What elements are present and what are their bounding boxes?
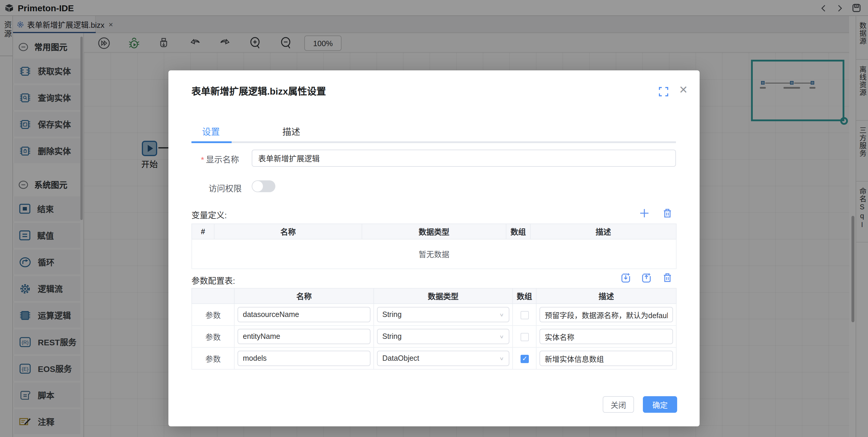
var-col-desc: 描述 bbox=[530, 224, 676, 239]
param-type-select[interactable]: String∨ bbox=[377, 329, 509, 344]
var-col-array: 数组 bbox=[506, 224, 530, 239]
dialog-tabs: 设置 描述 bbox=[191, 125, 311, 137]
var-col-name: 名称 bbox=[214, 224, 362, 239]
param-col-array: 数组 bbox=[513, 288, 536, 304]
param-row: 参数 String∨ bbox=[192, 304, 676, 325]
param-name-input[interactable] bbox=[238, 329, 370, 344]
required-asterisk: * bbox=[201, 155, 204, 165]
variables-section-label: 变量定义: bbox=[191, 209, 227, 221]
properties-dialog: 表单新增扩展逻辑.bizx属性设置 ✕ 设置 描述 *显示名称 访问权限 变量定… bbox=[168, 70, 700, 426]
chevron-down-icon: ∨ bbox=[499, 356, 504, 361]
delete-param-icon[interactable] bbox=[662, 272, 673, 283]
param-row: 参数 String∨ bbox=[192, 325, 676, 347]
application-window: Primeton-IDE 资源 bbox=[0, 0, 868, 437]
delete-variable-icon[interactable] bbox=[662, 208, 673, 219]
active-tab-indicator bbox=[191, 141, 231, 143]
confirm-button[interactable]: 确定 bbox=[643, 396, 677, 413]
param-row-type: 参数 bbox=[192, 325, 234, 347]
toggle-knob bbox=[252, 181, 263, 192]
access-label: 访问权限 bbox=[209, 182, 242, 194]
params-section-label: 参数配置表: bbox=[191, 274, 235, 286]
param-desc-input[interactable] bbox=[539, 329, 673, 344]
chevron-down-icon: ∨ bbox=[499, 312, 504, 317]
chevron-down-icon: ∨ bbox=[499, 334, 504, 339]
param-name-input[interactable] bbox=[238, 351, 370, 366]
tab-settings[interactable]: 设置 bbox=[191, 125, 230, 137]
param-col-type bbox=[192, 288, 234, 304]
array-checkbox[interactable] bbox=[520, 311, 529, 319]
export-params-icon[interactable] bbox=[641, 272, 652, 283]
var-col-type: 数据类型 bbox=[362, 224, 506, 239]
tab-track bbox=[191, 141, 676, 143]
tab-description[interactable]: 描述 bbox=[272, 125, 311, 137]
params-table: 名称 数据类型 数组 描述 参数 String∨ 参数 String∨ 参数 bbox=[191, 288, 677, 370]
access-toggle[interactable] bbox=[252, 180, 275, 192]
param-desc-input[interactable] bbox=[539, 351, 673, 366]
variables-table: # 名称 数据类型 数组 描述 暂无数据 bbox=[191, 224, 677, 269]
empty-placeholder: 暂无数据 bbox=[192, 239, 676, 269]
dialog-title: 表单新增扩展逻辑.bizx属性设置 bbox=[191, 83, 326, 97]
param-type-select[interactable]: String∨ bbox=[377, 307, 509, 322]
param-col-name: 名称 bbox=[234, 288, 374, 304]
array-checkbox[interactable] bbox=[520, 333, 529, 341]
add-variable-icon[interactable] bbox=[639, 208, 650, 219]
close-button[interactable]: 关闭 bbox=[603, 396, 634, 413]
import-params-icon[interactable] bbox=[620, 272, 631, 283]
close-icon[interactable]: ✕ bbox=[679, 85, 688, 95]
var-col-index: # bbox=[192, 224, 214, 239]
display-name-input[interactable] bbox=[252, 150, 676, 167]
param-row: 参数 DataObject∨ bbox=[192, 347, 676, 369]
param-row-type: 参数 bbox=[192, 304, 234, 325]
param-row-type: 参数 bbox=[192, 347, 234, 369]
param-desc-input[interactable] bbox=[539, 307, 673, 322]
param-col-desc: 描述 bbox=[536, 288, 676, 304]
fullscreen-icon[interactable] bbox=[659, 87, 668, 96]
display-name-label: *显示名称 bbox=[201, 153, 239, 165]
array-checkbox-checked[interactable] bbox=[520, 355, 529, 363]
param-col-datatype: 数据类型 bbox=[374, 288, 513, 304]
param-name-input[interactable] bbox=[238, 307, 370, 322]
param-type-select[interactable]: DataObject∨ bbox=[377, 351, 509, 366]
